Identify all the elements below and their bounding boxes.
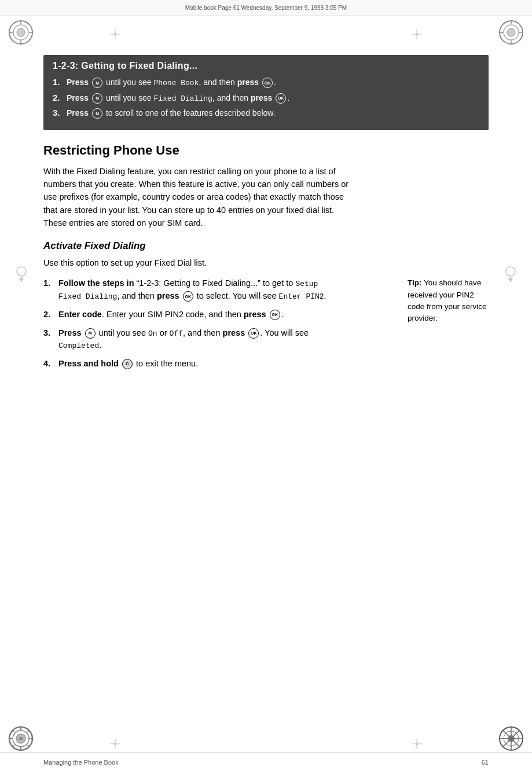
step-num-2: 2. xyxy=(53,91,64,105)
footer-bar: Managing the Phone Book 61 xyxy=(0,752,532,771)
ok-icon-step3: OK xyxy=(248,328,259,339)
svg-point-41 xyxy=(506,267,515,276)
tip-label: Tip: xyxy=(408,278,422,287)
activate-step-1: 1. Follow the steps in “1-2-3: Getting t… xyxy=(43,277,402,303)
corner-ornament-tl xyxy=(8,20,34,45)
tip-column: Tip: You should have received your PIN2 … xyxy=(408,277,489,376)
ok-button-icon-2: OK xyxy=(276,93,286,104)
section-heading: Restricting Phone Use xyxy=(43,143,489,158)
subsection-intro: Use this option to set up your Fixed Dia… xyxy=(43,256,356,269)
step-num-3: 3. xyxy=(53,107,64,120)
crosshair-tl xyxy=(110,29,120,39)
activate-step-num-2: 2. xyxy=(43,309,58,321)
step-box-item-3: 3. Press M to scroll to one of the featu… xyxy=(53,107,479,120)
step-num-1: 1. xyxy=(53,76,64,89)
header-bar: Mobile.book Page 61 Wednesday, September… xyxy=(0,0,532,16)
main-content: 1-2-3: Getting to Fixed Dialing... 1. Pr… xyxy=(43,55,489,736)
c-icon-step4: C xyxy=(122,359,133,369)
ok-button-icon-1: OK xyxy=(262,78,273,88)
tip-text: Tip: You should have received your PIN2 … xyxy=(408,277,489,324)
svg-marker-40 xyxy=(19,278,24,282)
activate-step-num-4: 4. xyxy=(43,358,58,370)
ok-icon-step2: OK xyxy=(270,310,280,320)
activate-step-content-4: Press and hold C to exit the menu. xyxy=(58,358,342,370)
step-content-2: Press M until you see Fixed Dialing, and… xyxy=(67,92,289,105)
activate-step-content-2: Enter code. Enter your SIM PIN2 code, an… xyxy=(58,309,342,321)
activate-step-2: 2. Enter code. Enter your SIM PIN2 code,… xyxy=(43,309,402,321)
svg-point-17 xyxy=(19,737,23,740)
step-content-3: Press M to scroll to one of the features… xyxy=(67,107,276,119)
crosshair-bl xyxy=(110,739,120,749)
menu-button-icon-2: M xyxy=(92,93,102,104)
menu-button-icon-3: M xyxy=(92,108,102,119)
footer-left: Managing the Phone Book xyxy=(43,759,119,766)
subsection-heading: Activate Fixed Dialing xyxy=(43,240,489,252)
left-arrow-icon xyxy=(16,266,27,282)
step-box: 1-2-3: Getting to Fixed Dialing... 1. Pr… xyxy=(43,55,489,130)
footer-right: 61 xyxy=(482,759,489,766)
step-box-list: 1. Press M until you see Phone Book, and… xyxy=(53,76,479,120)
page-container: Mobile.book Page 61 Wednesday, September… xyxy=(0,0,532,771)
svg-point-2 xyxy=(17,28,25,36)
menu-icon-step3: M xyxy=(85,328,96,339)
step-box-item-1: 1. Press M until you see Phone Book, and… xyxy=(53,76,479,89)
menu-button-icon-1: M xyxy=(92,78,102,88)
activate-step-num-1: 1. xyxy=(43,277,58,290)
corner-ornament-br xyxy=(498,726,524,751)
section-body: With the Fixed Dialing feature, you can … xyxy=(43,165,356,230)
steps-main-column: 1. Follow the steps in “1-2-3: Getting t… xyxy=(43,277,402,376)
step-content-1: Press M until you see Phone Book, and th… xyxy=(67,76,276,89)
crosshair-br xyxy=(412,739,422,749)
step-box-item-2: 2. Press M until you see Fixed Dialing, … xyxy=(53,91,479,105)
activate-step-content-1: Follow the steps in “1-2-3: Getting to F… xyxy=(58,277,342,303)
corner-ornament-bl xyxy=(8,726,34,751)
svg-marker-42 xyxy=(508,278,513,282)
activate-step-3: 3. Press M until you see On or Off, and … xyxy=(43,327,402,353)
activate-steps-list: 1. Follow the steps in “1-2-3: Getting t… xyxy=(43,277,402,370)
activate-step-4: 4. Press and hold C to exit the menu. xyxy=(43,358,402,370)
header-text: Mobile.book Page 61 Wednesday, September… xyxy=(185,5,347,11)
activate-step-num-3: 3. xyxy=(43,327,58,340)
corner-ornament-tr xyxy=(498,20,524,45)
right-arrow-icon xyxy=(505,266,516,282)
activate-step-content-3: Press M until you see On or Off, and the… xyxy=(58,327,342,353)
svg-point-9 xyxy=(507,28,515,36)
content-columns: 1. Follow the steps in “1-2-3: Getting t… xyxy=(43,277,489,376)
step-box-title: 1-2-3: Getting to Fixed Dialing... xyxy=(53,61,479,71)
ok-icon-step1: OK xyxy=(183,291,193,302)
crosshair-tr xyxy=(412,29,422,39)
svg-point-39 xyxy=(17,267,26,276)
